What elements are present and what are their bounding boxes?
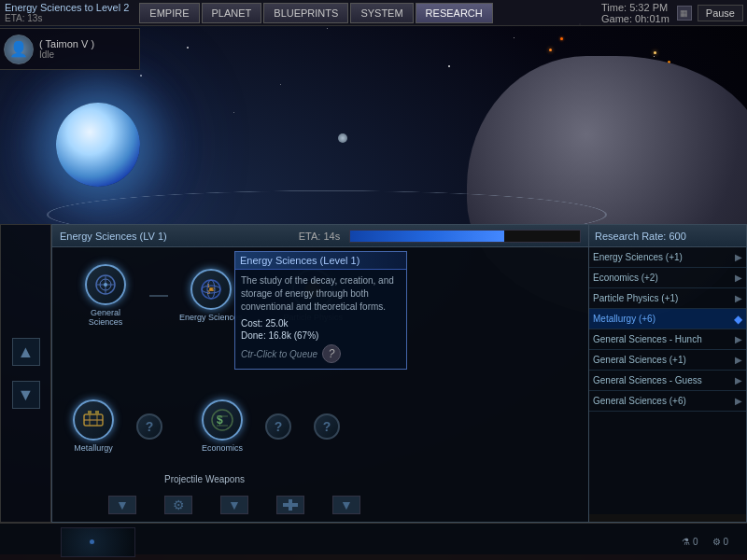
scroll-down-arrow[interactable]: ▼ [12, 381, 40, 409]
queue-header: Research Rate: 600 [589, 225, 746, 247]
mini-map[interactable] [61, 527, 135, 557]
tech-tooltip: Energy Sciences (Level 1) The study of t… [234, 251, 407, 370]
tooltip-description: The study of the decay, creation, and st… [241, 274, 401, 314]
research-current-title: Energy Sciences (LV 1) [56, 231, 289, 242]
queue-item-6-text: General Sciences - Guess [593, 375, 733, 385]
tech-metallurgy-label: Metallurgy [74, 443, 113, 453]
tech-metallurgy[interactable]: Metallurgy [73, 399, 114, 453]
queue-scrollbar[interactable] [589, 514, 746, 522]
character-status: Idle [39, 49, 94, 60]
tech-general-sciences[interactable]: General Sciences [73, 264, 138, 327]
scroll-up-arrow[interactable]: ▲ [12, 338, 40, 366]
queue-item-1[interactable]: Economics (+2) ▶ [589, 268, 746, 288]
nav-research[interactable]: RESEARCH [416, 3, 493, 23]
energy-sciences-icon: 1 2 3 [190, 269, 232, 310]
tech-unknown-1[interactable]: ? [136, 413, 162, 440]
queue-item-4-text: General Sciences - Hunch [593, 334, 733, 344]
character-name: ( Taimon V ) [39, 38, 94, 49]
queue-list: Energy Sciences (+1) ▶ Economics (+2) ▶ … [589, 247, 746, 514]
svg-rect-27 [289, 499, 292, 511]
nav-system[interactable]: SYSTEM [350, 3, 413, 23]
queue-panel: Research Rate: 600 Energy Sciences (+1) … [588, 224, 747, 523]
queue-item-0-text: Energy Sciences (+1) [593, 252, 733, 262]
status-bar-content: ⚗ 0 ⚙ 0 [0, 527, 747, 557]
connector-1 [149, 295, 168, 297]
svg-point-4 [104, 283, 107, 287]
research-rate-label: Research Rate: 600 [595, 231, 740, 242]
unknown-tech-2-icon: ? [265, 413, 291, 440]
tech-unknown-3[interactable]: ? [314, 413, 340, 440]
unknown-tech-1-icon: ? [136, 413, 162, 440]
research-eta-display: ETA: 14s [299, 231, 340, 242]
projectile-weapons-label: Projectile Weapons [164, 474, 245, 484]
left-nav: ▲ ▼ [0, 224, 51, 523]
queue-arrow-6: ▶ [735, 375, 742, 385]
orbital-body [338, 133, 347, 143]
metallurgy-icon [73, 399, 114, 441]
bottom-tech-row: ▼ ⚙ ▼ ▼ [108, 496, 360, 514]
bottom-tech-icon-1[interactable]: ▼ [108, 496, 136, 514]
tooltip-title: Energy Sciences (Level 1) [235, 252, 406, 270]
bottom-tech-icon-3[interactable]: ▼ [220, 496, 248, 514]
queue-item-6[interactable]: General Sciences - Guess ▶ [589, 371, 746, 391]
nav-empire[interactable]: EMPIRE [139, 3, 199, 23]
queue-arrow-7: ▶ [735, 396, 742, 406]
nav-planet[interactable]: PLANET [202, 3, 262, 23]
queue-arrow-1: ▶ [735, 273, 742, 283]
bottom-tech-icon-2[interactable]: ⚙ [164, 496, 192, 514]
queue-arrow-5: ▶ [735, 355, 742, 365]
queue-arrow-0: ▶ [735, 252, 742, 262]
queue-item-4[interactable]: General Sciences - Hunch ▶ [589, 329, 746, 350]
queue-item-3[interactable]: Metallurgy (+6) ◆ [589, 309, 746, 329]
tech-tree: General Sciences 1 2 3 [52, 247, 588, 522]
mission-eta: ETA: 13s [5, 13, 129, 23]
status-bar: ⚗ 0 ⚙ 0 [0, 523, 747, 560]
queue-arrow-4: ▶ [735, 334, 742, 344]
unknown-tech-3-icon: ? [314, 413, 340, 440]
svg-rect-21 [95, 411, 99, 414]
queue-item-2-text: Particle Physics (+1) [593, 293, 733, 303]
queue-item-7[interactable]: General Sciences (+6) ▶ [589, 391, 746, 412]
svg-text:1: 1 [207, 283, 210, 288]
tech-energy-sciences-label: Energy Sciences [179, 313, 243, 322]
pause-button[interactable]: Pause [698, 5, 743, 21]
tooltip-cost: Cost: 25.0k [241, 318, 401, 329]
svg-rect-20 [88, 411, 92, 414]
economics-icon: $ [202, 399, 243, 441]
tech-energy-sciences[interactable]: 1 2 3 Energy Sciences [179, 269, 243, 322]
tech-unknown-2[interactable]: ? [265, 413, 291, 440]
queue-item-1-text: Economics (+2) [593, 273, 733, 283]
bottom-tech-icon-4[interactable] [276, 496, 304, 514]
main-panel: Energy Sciences (LV 1) ETA: 14s [51, 224, 747, 523]
mission-title: Energy Sciences to Level 2 [5, 2, 129, 13]
tech-general-sciences-label: General Sciences [73, 308, 138, 327]
tech-economics[interactable]: $ Economics [202, 399, 243, 453]
queue-item-2[interactable]: Particle Physics (+1) ▶ [589, 288, 746, 309]
time-info: Time: 5:32 PM Game: 0h:01m [601, 2, 677, 24]
research-progress-fill [350, 231, 504, 242]
character-avatar: 👤 [4, 35, 34, 64]
general-sciences-icon [85, 264, 126, 305]
current-time: Time: 5:32 PM [601, 2, 668, 13]
mini-map-icon[interactable]: ▦ [677, 6, 692, 21]
game-time: Game: 0h:01m [601, 13, 669, 24]
queue-item-0[interactable]: Energy Sciences (+1) ▶ [589, 247, 746, 268]
research-header: Energy Sciences (LV 1) ETA: 14s [52, 225, 588, 247]
resource-2: ⚙ 0 [712, 537, 728, 547]
svg-text:$: $ [217, 413, 223, 427]
svg-text:3: 3 [207, 289, 210, 295]
character-panel: 👤 ( Taimon V ) Idle [0, 28, 140, 70]
tech-row-2: Metallurgy ? $ Economics [62, 399, 351, 453]
research-progress-bar [349, 230, 581, 243]
queue-item-5[interactable]: General Sciences (+1) ▶ [589, 350, 746, 371]
queue-item-5-text: General Sciences (+1) [593, 355, 733, 365]
topbar: Energy Sciences to Level 2 ETA: 13s EMPI… [0, 0, 747, 26]
research-panel: Energy Sciences (LV 1) ETA: 14s [51, 224, 588, 523]
nav-blueprints[interactable]: BLUEPRINTS [263, 3, 348, 23]
tooltip-done: Done: 16.8k (67%) [241, 330, 401, 341]
svg-text:2: 2 [212, 287, 215, 292]
tech-economics-label: Economics [202, 443, 243, 453]
nav-buttons: EMPIRE PLANET BLUEPRINTS SYSTEM RESEARCH [138, 3, 493, 23]
bottom-tech-icon-5[interactable]: ▼ [332, 496, 360, 514]
resource-1: ⚗ 0 [682, 537, 698, 547]
